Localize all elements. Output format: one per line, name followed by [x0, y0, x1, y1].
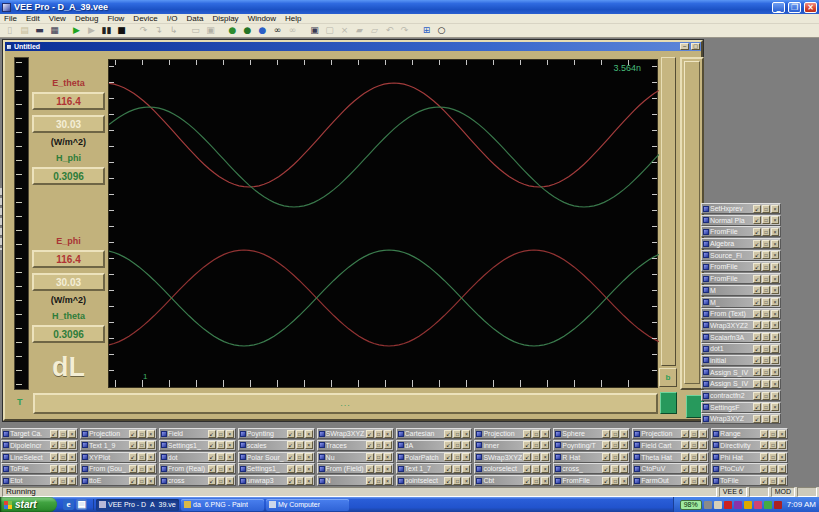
maximize-icon[interactable]: □ — [453, 430, 461, 438]
restore-icon[interactable]: ↙ — [50, 430, 58, 438]
maximize-icon[interactable]: □ — [762, 216, 770, 224]
close-icon[interactable]: × — [620, 441, 628, 449]
menu-item-view[interactable]: View — [49, 14, 66, 24]
minimized-window-bar[interactable]: Cartesian ↙□× — [396, 428, 473, 439]
close-icon[interactable]: × — [771, 380, 779, 388]
close-icon[interactable]: × — [384, 441, 392, 449]
minimized-window-bar[interactable]: Poynting ↙□× — [238, 428, 315, 439]
close-icon[interactable]: × — [620, 465, 628, 473]
close-icon[interactable]: × — [147, 465, 155, 473]
restore-icon[interactable]: ↙ — [753, 368, 761, 376]
menu-item-device[interactable]: Device — [133, 14, 157, 24]
close-icon[interactable]: × — [699, 430, 707, 438]
restore-icon[interactable]: ↙ — [366, 453, 374, 461]
close-icon[interactable]: × — [68, 465, 76, 473]
volume-icon[interactable] — [734, 501, 742, 509]
taskbar-task-button[interactable]: da_6.PNG - Paint — [181, 499, 264, 511]
meter-value-field[interactable]: 30.03 — [32, 273, 105, 291]
internet-explorer-icon[interactable]: e — [63, 499, 74, 510]
maximize-icon[interactable]: □ — [762, 403, 770, 411]
maximize-icon[interactable]: □ — [762, 356, 770, 364]
scheduler-icon[interactable] — [714, 501, 722, 509]
close-icon[interactable]: × — [226, 477, 234, 485]
maximize-icon[interactable]: □ — [296, 453, 304, 461]
taskbar-task-button[interactable]: VEE Pro - D_A_39.vee — [96, 499, 179, 511]
minimized-window-bar[interactable]: Settings1_ ↙□× — [159, 440, 236, 451]
toolbar-save-button[interactable]: ▬ — [33, 25, 46, 37]
minimized-window-bar[interactable]: Projection ↙□× — [632, 428, 709, 439]
maximize-icon[interactable]: □ — [769, 430, 777, 438]
close-icon[interactable]: × — [541, 453, 549, 461]
close-icon[interactable]: × — [699, 465, 707, 473]
restore-icon[interactable]: ↙ — [523, 441, 531, 449]
minimized-window-bar[interactable]: Traces ↙□× — [317, 440, 394, 451]
toolbar-find-next-button[interactable]: ∞ — [286, 25, 299, 37]
close-icon[interactable]: × — [771, 415, 779, 423]
minimized-window-bar[interactable]: FarmOut ↙□× — [632, 475, 709, 486]
maximize-icon[interactable]: □ — [762, 380, 770, 388]
maximize-icon[interactable]: □ — [762, 251, 770, 259]
close-icon[interactable]: × — [771, 345, 779, 353]
restore-icon[interactable]: ↙ — [50, 453, 58, 461]
toolbar-undo-button[interactable]: ↶ — [383, 25, 396, 37]
maximize-icon[interactable]: □ — [59, 441, 67, 449]
maximize-icon[interactable]: □ — [217, 441, 225, 449]
close-icon[interactable]: × — [699, 441, 707, 449]
maximize-icon[interactable]: □ — [762, 368, 770, 376]
close-icon[interactable]: × — [771, 251, 779, 259]
maximize-icon[interactable]: □ — [532, 453, 540, 461]
close-icon[interactable]: × — [541, 465, 549, 473]
minimized-window-bar[interactable]: pointselect ↙□× — [396, 475, 473, 486]
maximize-icon[interactable]: □ — [532, 477, 540, 485]
minimized-window-bar[interactable]: FromFile ↙□× — [701, 273, 781, 284]
minimized-window-bar[interactable]: Range ↙□× — [711, 428, 788, 439]
close-icon[interactable]: × — [699, 453, 707, 461]
menu-item-window[interactable]: Window — [248, 14, 276, 24]
minimized-window-bar[interactable]: FromFile ↙□× — [701, 226, 781, 237]
minimized-window-bar[interactable]: Settings1_ ↙□× — [238, 463, 315, 474]
restore-icon[interactable]: ↙ — [444, 430, 452, 438]
close-icon[interactable]: × — [771, 310, 779, 318]
minimized-window-bar[interactable]: Field Cart ↙□× — [632, 440, 709, 451]
restore-icon[interactable]: ↙ — [129, 441, 137, 449]
restore-icon[interactable]: ↙ — [753, 345, 761, 353]
close-icon[interactable]: × — [68, 477, 76, 485]
restore-icon[interactable]: ↙ — [760, 430, 768, 438]
close-icon[interactable]: × — [462, 465, 470, 473]
maximize-icon[interactable]: □ — [217, 453, 225, 461]
restore-icon[interactable]: ↙ — [753, 286, 761, 294]
restore-icon[interactable]: ↙ — [208, 453, 216, 461]
maximize-icon[interactable]: □ — [769, 465, 777, 473]
maximize-icon[interactable]: □ — [762, 275, 770, 283]
minimized-window-bar[interactable]: PolarPatch ↙□× — [396, 452, 473, 463]
minimized-window-bar[interactable]: SWrap3XYZ ↙□× — [474, 452, 551, 463]
menu-item-file[interactable]: File — [4, 14, 17, 24]
close-icon[interactable]: × — [771, 275, 779, 283]
minimize-button[interactable]: _ — [772, 2, 785, 13]
minimized-window-bar[interactable]: M_ ↙□× — [701, 297, 781, 308]
toolbar-run-until-button[interactable]: ▶ — [85, 25, 98, 37]
minimized-window-bar[interactable]: cross_ ↙□× — [553, 463, 630, 474]
maximize-icon[interactable]: □ — [453, 477, 461, 485]
maximize-icon[interactable]: □ — [762, 415, 770, 423]
minimized-window-bar[interactable]: CtoPuV ↙□× — [632, 463, 709, 474]
restore-icon[interactable]: ↙ — [753, 333, 761, 341]
restore-icon[interactable]: ↙ — [602, 465, 610, 473]
restore-button[interactable]: ❐ — [788, 2, 801, 13]
maximize-icon[interactable]: □ — [762, 263, 770, 271]
maximize-icon[interactable]: □ — [59, 465, 67, 473]
minimized-window-bar[interactable]: Text 1_7 ↙□× — [396, 463, 473, 474]
close-icon[interactable]: × — [384, 453, 392, 461]
restore-icon[interactable]: ↙ — [681, 430, 689, 438]
update-icon[interactable] — [744, 501, 752, 509]
maximize-icon[interactable]: □ — [762, 333, 770, 341]
maximize-icon[interactable]: □ — [611, 430, 619, 438]
menu-item-debug[interactable]: Debug — [75, 14, 99, 24]
toolbar-panel-view-button[interactable]: ⊞ — [420, 25, 433, 37]
restore-icon[interactable]: ↙ — [366, 430, 374, 438]
vertical-scrollbar-thumb[interactable] — [661, 57, 676, 366]
minimized-window-bar[interactable]: scales ↙□× — [238, 440, 315, 451]
toolbar-step-in-button[interactable]: ↴ — [152, 25, 165, 37]
close-icon[interactable]: × — [771, 298, 779, 306]
toolbar-debug-button[interactable]: ● — [226, 25, 239, 37]
